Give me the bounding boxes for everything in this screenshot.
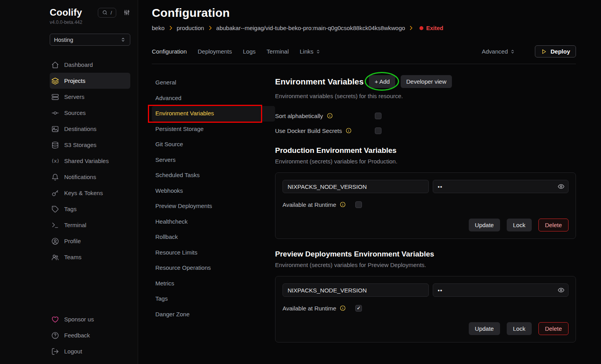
sidebar-item-sponsor-us[interactable]: Sponsor us (50, 311, 130, 327)
info-icon[interactable] (327, 113, 333, 119)
sidebar-item-label: Projects (64, 77, 85, 84)
play-icon (541, 48, 547, 55)
subnav-item-danger-zone[interactable]: Danger Zone (152, 307, 275, 323)
panel-subtitle: Environment variables (secrets) for this… (275, 93, 576, 99)
subnav-item-scheduled-tasks[interactable]: Scheduled Tasks (152, 168, 275, 183)
sidebar-item-label: Tags (64, 206, 77, 212)
team-select-value: Hosting (54, 37, 73, 43)
preview-env-card: Available at Runtime Update Lock Delete (275, 276, 576, 342)
sidebar-item-label: Dashboard (64, 61, 93, 68)
subnav-item-resource-limits[interactable]: Resource Limits (152, 245, 275, 261)
info-icon[interactable] (340, 305, 346, 311)
docker-build-secrets-checkbox[interactable] (375, 127, 381, 134)
deploy-button[interactable]: Deploy (535, 45, 576, 57)
team-select[interactable]: Hosting (50, 34, 130, 46)
sidebar-item-destinations[interactable]: Destinations (50, 121, 130, 137)
sidebar-item-logout[interactable]: Logout (50, 343, 130, 359)
tab-logs[interactable]: Logs (243, 48, 256, 55)
production-env-card: Available at Runtime Update Lock Delete (275, 172, 576, 239)
advanced-dropdown[interactable]: Advanced (482, 48, 515, 55)
sidebar-item-profile[interactable]: Profile (50, 233, 130, 249)
breadcrumb-project[interactable]: beko (152, 25, 165, 31)
sidebar-item-dashboard[interactable]: Dashboard (50, 57, 130, 73)
production-section-subtitle: Environment (secrets) variables for Prod… (275, 158, 576, 165)
docker-build-secrets-row: Use Docker Build Secrets (275, 126, 576, 135)
eye-icon[interactable] (558, 183, 565, 190)
coolify-app: { "sidebar": { "logo": "Coolify", "versi… (0, 0, 601, 364)
sort-alphabetically-checkbox[interactable] (375, 113, 381, 119)
sidebar-item-projects[interactable]: Projects (50, 73, 130, 89)
tab-configuration[interactable]: Configuration (152, 48, 187, 55)
eye-icon[interactable] (558, 287, 565, 294)
delete-button[interactable]: Delete (538, 322, 569, 335)
subnav-item-advanced[interactable]: Advanced (152, 91, 275, 106)
app-version: v4.0.0-beta.442 (50, 20, 130, 25)
env-value-input[interactable] (433, 283, 569, 297)
sidebar-item-sources[interactable]: Sources (50, 105, 130, 121)
subnav-item-general[interactable]: General (152, 75, 275, 91)
sidebar-nav: Dashboard Projects Servers Sources Desti… (50, 57, 130, 265)
add-button-wrap: + Add (369, 75, 395, 88)
sort-label-group: Sort alphabetically (275, 113, 375, 119)
subnav-item-environment-variables[interactable]: Environment Variables (152, 106, 275, 122)
info-icon[interactable] (340, 201, 346, 208)
runtime-label: Available at Runtime (283, 201, 336, 208)
delete-button[interactable]: Delete (538, 219, 569, 231)
tab-deployments[interactable]: Deployments (198, 48, 232, 55)
search-shortcut-key: / (110, 10, 112, 16)
search-button[interactable]: / (98, 8, 116, 18)
subnav-item-metrics[interactable]: Metrics (152, 276, 275, 292)
sidebar-item-terminal[interactable]: Terminal (50, 217, 130, 233)
lock-button[interactable]: Lock (507, 322, 532, 335)
deploy-label: Deploy (551, 48, 570, 55)
sidebar-item-notifications[interactable]: Notifications (50, 169, 130, 185)
chevron-right-icon (207, 25, 213, 31)
sidebar-item-tags[interactable]: Tags (50, 201, 130, 217)
sidebar-item-shared-variables[interactable]: (x) Shared Variables (50, 153, 130, 169)
env-name-input[interactable] (283, 283, 429, 297)
sidebar-item-feedback[interactable]: Feedback (50, 327, 130, 343)
sidebar-item-label: Profile (64, 238, 81, 244)
sidebar-item-keys-tokens[interactable]: Keys & Tokens (50, 185, 130, 201)
available-at-runtime-checkbox[interactable] (355, 305, 362, 312)
subnav-item-persistent-storage[interactable]: Persistent Storage (152, 122, 275, 137)
subnav-item-tags[interactable]: Tags (152, 291, 275, 307)
breadcrumb-environment[interactable]: production (177, 25, 204, 31)
update-button[interactable]: Update (469, 322, 500, 335)
tab-terminal[interactable]: Terminal (266, 48, 289, 55)
breadcrumb-resource[interactable]: abubakar--meigag/vid-tube-beko-pro:main-… (216, 25, 405, 31)
sidebar-item-label: Feedback (64, 332, 90, 339)
env-name-input[interactable] (283, 180, 429, 193)
available-at-runtime-checkbox[interactable] (355, 201, 362, 208)
subnav-item-preview-deployments[interactable]: Preview Deployments (152, 199, 275, 214)
server-icon (51, 93, 59, 101)
sidebar-item-servers[interactable]: Servers (50, 89, 130, 105)
developer-view-button[interactable]: Developer view (401, 75, 452, 88)
help-circle-icon (51, 332, 59, 339)
bell-icon (51, 173, 59, 181)
settings-sliders-button[interactable] (123, 9, 130, 16)
sidebar-item-label: Servers (64, 93, 85, 100)
layers-icon (51, 77, 59, 85)
add-variable-button[interactable]: + Add (369, 75, 395, 88)
subnav-item-git-source[interactable]: Git Source (152, 137, 275, 152)
subnav-item-resource-operations[interactable]: Resource Operations (152, 260, 275, 276)
update-button[interactable]: Update (469, 219, 500, 231)
resource-tabs: Configuration Deployments Logs Terminal … (152, 45, 576, 64)
app-logo: Coolify (50, 7, 82, 18)
lock-button[interactable]: Lock (507, 219, 532, 231)
subnav-item-rollback[interactable]: Rollback (152, 230, 275, 245)
sidebar-item-teams[interactable]: Teams (50, 249, 130, 265)
env-options: Sort alphabetically Use Docker Build Sec… (275, 106, 576, 135)
subnav-item-servers[interactable]: Servers (152, 152, 275, 168)
info-icon[interactable] (345, 127, 352, 134)
subnav-item-webhooks[interactable]: Webhooks (152, 183, 275, 199)
sidebar-item-label: Terminal (64, 222, 86, 228)
sidebar-item-s3-storages[interactable]: S3 Storages (50, 137, 130, 153)
subnav-item-healthcheck[interactable]: Healthcheck (152, 214, 275, 230)
tab-links[interactable]: Links (300, 48, 321, 55)
env-value-input[interactable] (433, 180, 569, 193)
env-value-wrap (433, 180, 569, 193)
environment-variables-panel: Environment Variables + Add Developer vi… (275, 75, 576, 364)
sidebar-item-label: Notifications (64, 174, 96, 180)
